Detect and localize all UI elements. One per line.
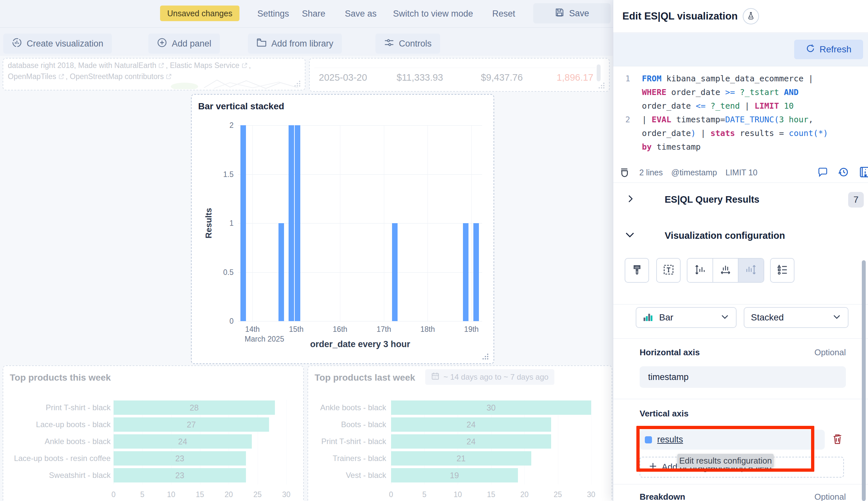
plus-icon — [649, 462, 657, 473]
feedback-icon[interactable] — [817, 167, 828, 179]
chart-type-select[interactable]: Bar — [636, 307, 737, 328]
code-token: , — [808, 115, 813, 124]
code-token: order_date — [642, 128, 691, 138]
visualization-configuration-accordion[interactable]: Visualization configuration — [613, 226, 868, 245]
bar[interactable] — [463, 223, 469, 321]
code-line: order_date <= ?_tend | LIMIT 10 — [613, 99, 868, 113]
attribution-link[interactable]: Elastic Maps Service — [170, 61, 239, 70]
visualization-tools-toolbar — [613, 258, 868, 283]
panel-resize-handle[interactable] — [483, 354, 489, 360]
code-token: 10 — [779, 101, 793, 110]
map-attribution-line2: OpenMapTiles, OpenStreetMap contributors — [8, 72, 173, 81]
controls-button[interactable]: Controls — [375, 33, 440, 54]
attribution-link[interactable]: OpenStreetMap contributors — [70, 72, 164, 81]
bar: 19 — [391, 468, 518, 482]
h-gridline — [238, 321, 482, 321]
chevron-down-icon — [625, 230, 635, 241]
chart-title: Bar vertical stacked — [198, 101, 284, 111]
code-token: | — [745, 101, 754, 110]
style-brush-button[interactable] — [625, 258, 649, 283]
attribution-text: , — [66, 72, 70, 81]
right-axis-button-selected[interactable] — [738, 259, 763, 282]
category-label: Ankle boots - black — [3, 437, 111, 446]
code-token: 3 hour — [779, 115, 808, 124]
calendar-icon — [431, 372, 440, 382]
horizontal-axis-optional: Optional — [814, 348, 846, 358]
bar-value-label: 27 — [187, 420, 196, 429]
v-gridline — [591, 400, 591, 484]
reset-button[interactable]: Reset — [492, 0, 515, 27]
panel-resize-handle[interactable] — [599, 83, 605, 88]
bar-value-label: 23 — [175, 471, 184, 480]
category-label: Lace-up boots - resin coffee — [3, 454, 111, 463]
tech-preview-badge — [743, 8, 759, 24]
attribution-link[interactable]: OpenMapTiles — [8, 72, 56, 81]
timestamp-indicator: @timestamp — [671, 168, 717, 177]
bar[interactable] — [295, 125, 300, 321]
legend-button[interactable] — [770, 258, 794, 283]
category-label: Vest - black — [308, 471, 386, 480]
bar-value-label: 21 — [457, 454, 465, 463]
unsaved-changes-badge: Unsaved changes — [160, 6, 239, 21]
code-text: FROM kibana_sample_data_ecommerce | — [642, 72, 868, 86]
esql-icon — [620, 167, 631, 179]
bottom-axis-button[interactable] — [712, 259, 738, 282]
results-field-link[interactable]: results — [657, 435, 683, 445]
add-from-library-button[interactable]: Add from library — [248, 33, 342, 54]
x-tick-label: 18th — [420, 325, 435, 334]
x-tick-label: 5 — [140, 490, 144, 499]
save-button[interactable]: Save — [533, 3, 611, 23]
panel-title: Top products this week — [10, 373, 111, 383]
code-text: WHERE order_date >= ?_tstart AND — [642, 86, 868, 99]
edit-results-tooltip: Edit results configuration — [677, 454, 774, 468]
bar: 24 — [391, 417, 551, 432]
esql-query-results-accordion[interactable]: ES|QL Query Results 7 — [613, 188, 868, 211]
y-tick-label: 1.5 — [223, 170, 234, 179]
chart-mode-select[interactable]: Stacked — [744, 307, 848, 328]
vertical-axis-field-row[interactable]: results — [640, 430, 825, 450]
table-panel: 2025-03-20 $11,333.93 $9,437.76 1,896.17 — [309, 58, 610, 92]
left-axis-button[interactable] — [687, 259, 712, 282]
bar[interactable] — [240, 125, 246, 321]
esql-code-editor[interactable]: 1FROM kibana_sample_data_ecommerce |WHER… — [613, 67, 868, 163]
save-icon — [555, 8, 565, 20]
line-count: 2 lines — [639, 168, 663, 177]
x-tick-label: 0 — [389, 490, 393, 499]
text-select-icon — [663, 264, 674, 277]
settings-button[interactable]: Settings — [257, 0, 289, 27]
docs-book-icon[interactable] — [859, 166, 868, 179]
x-tick-label: 15th — [289, 325, 303, 334]
attribution-link[interactable]: Made with NaturalEarth — [78, 61, 156, 70]
bar[interactable] — [473, 223, 479, 321]
switch-to-view-mode-button[interactable]: Switch to view mode — [393, 0, 473, 27]
bar[interactable] — [289, 125, 294, 321]
y-tick-label: 0 — [229, 317, 234, 326]
share-button[interactable]: Share — [302, 0, 325, 27]
bar[interactable] — [392, 223, 398, 321]
code-token: AND — [779, 87, 799, 97]
table-scrollbar[interactable] — [597, 64, 601, 81]
category-label: Print T-shirt - black — [308, 437, 386, 446]
add-panel-button[interactable]: Add panel — [148, 33, 220, 54]
x-tick-label: 5 — [422, 490, 427, 499]
x-tick-label: 30 — [587, 490, 596, 499]
text-labels-button[interactable] — [656, 258, 681, 283]
query-results-count-badge: 7 — [848, 192, 864, 207]
bar[interactable] — [278, 223, 284, 321]
remove-field-button[interactable] — [829, 430, 846, 450]
breakdown-optional: Optional — [814, 492, 846, 501]
refresh-button[interactable]: Refresh — [794, 40, 863, 59]
x-tick-label: 10 — [167, 490, 175, 499]
bar: 30 — [391, 401, 591, 415]
create-visualization-button[interactable]: Create visualization — [3, 33, 112, 54]
v-gridline — [340, 125, 340, 321]
flask-icon — [747, 12, 755, 21]
save-as-button[interactable]: Save as — [345, 0, 377, 27]
panel-resize-handle[interactable] — [295, 81, 301, 86]
chevron-down-icon — [720, 312, 729, 323]
horizontal-axis-field[interactable]: timestamp — [640, 366, 846, 388]
series-color-swatch — [645, 436, 652, 444]
flyout-scrollbar[interactable] — [862, 260, 866, 501]
history-icon[interactable] — [838, 167, 849, 179]
bar: 27 — [114, 417, 269, 432]
